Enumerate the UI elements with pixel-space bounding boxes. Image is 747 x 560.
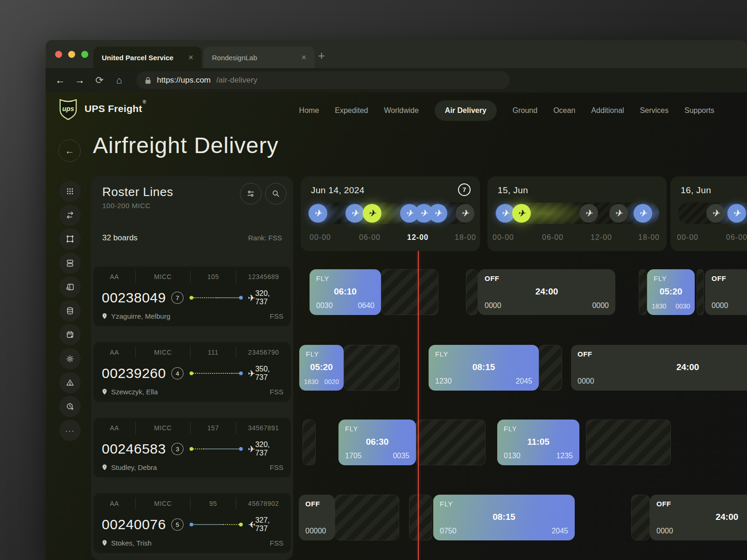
rail-settings-button[interactable] bbox=[59, 348, 81, 370]
gantt-block-fly[interactable]: FLY 06:10 00300640 bbox=[310, 269, 381, 315]
rail-swap-button[interactable] bbox=[59, 204, 81, 226]
nav-item-air-delivery[interactable]: Air Delivery bbox=[435, 100, 497, 121]
rail-calendar-settings-button[interactable] bbox=[59, 324, 81, 345]
flight-count-badge[interactable]: 7 bbox=[458, 183, 471, 196]
gantt-hatch-segment bbox=[344, 345, 400, 391]
tab-united-parcel-service[interactable]: United Parcel Service × bbox=[93, 47, 202, 68]
flight-marker[interactable]: ✈ bbox=[345, 204, 364, 223]
plane-icon: ✈ bbox=[712, 209, 720, 218]
rail-board-layout-button[interactable] bbox=[59, 276, 81, 298]
crew-name: Szewczyk, Ella bbox=[111, 388, 158, 396]
rail-apps-grid-button[interactable] bbox=[59, 181, 81, 202]
flight-marker[interactable]: ✈ bbox=[706, 204, 725, 223]
fleet-types: 320, 737 bbox=[255, 441, 283, 457]
nav-item-home[interactable]: Home bbox=[299, 106, 319, 115]
nav-item-supports[interactable]: Supports bbox=[684, 106, 714, 115]
filter-button[interactable] bbox=[240, 183, 261, 204]
flight-marker[interactable]: ✈ bbox=[727, 204, 746, 223]
gantt-block-fly[interactable]: FLY 05:20 18300020 bbox=[299, 345, 344, 391]
employee-id: 34567891 bbox=[236, 424, 291, 432]
rail-rows-button[interactable] bbox=[59, 252, 81, 274]
back-icon[interactable]: ← bbox=[53, 75, 67, 86]
block-type: OFF bbox=[656, 500, 671, 508]
location-pin-icon bbox=[102, 539, 107, 546]
browser-window: United Parcel Service × RondesignLab × +… bbox=[46, 40, 747, 560]
minimize-window-button[interactable] bbox=[68, 51, 75, 58]
progress-track bbox=[190, 523, 243, 526]
roster-board-card[interactable]: AA MICC 105 12345689 00238049 7 ✈ 320, 7… bbox=[93, 266, 291, 326]
home-icon[interactable]: ⌂ bbox=[112, 75, 126, 86]
new-tab-button[interactable]: + bbox=[318, 49, 325, 62]
block-duration: 06:10 bbox=[310, 287, 381, 297]
day-panel-jun-14: Jun 14, 2024 7 ✈ ✈ ✈ ✈ ✈ ✈ ✈ 00-00 06-00… bbox=[301, 176, 480, 251]
card-footer-row: Yzaguirre, Melburg FSS bbox=[102, 312, 283, 320]
page-back-button[interactable]: ← bbox=[58, 140, 81, 162]
fleet-types: 320, 737 bbox=[255, 289, 283, 306]
progress-track bbox=[190, 447, 243, 451]
gantt-block-fly[interactable]: FLY 06:30 17050035 bbox=[338, 420, 416, 465]
address-bar[interactable]: https://ups.com/air-delivery bbox=[136, 71, 510, 89]
card-footer-row: Studley, Debra FSS bbox=[102, 463, 283, 471]
crew-name: Stokes, Trish bbox=[111, 539, 152, 547]
gantt-block-fly[interactable]: FLY 11:05 01301235 bbox=[497, 420, 579, 465]
close-tab-icon[interactable]: × bbox=[301, 53, 306, 62]
forward-icon[interactable]: → bbox=[73, 75, 87, 86]
line-number: 105 bbox=[190, 273, 236, 280]
flight-marker[interactable]: ✈ bbox=[456, 204, 474, 223]
flight-marker[interactable]: ✈ bbox=[609, 204, 628, 223]
time-tick: 06-00 bbox=[726, 233, 747, 242]
card-meta-row: AA MICC 157 34567891 bbox=[93, 421, 291, 434]
main-navigation: Home Expedited Worldwide Air Delivery Gr… bbox=[299, 100, 714, 121]
gantt-hatch-segment bbox=[466, 269, 478, 315]
roster-board-card[interactable]: AA MICC 157 34567891 00246583 3 ✈ 320, 7… bbox=[93, 418, 291, 477]
current-time-indicator bbox=[418, 251, 419, 560]
roster-board-card[interactable]: AA MICC 95 45678902 00240076 5 ✈ 327, 73… bbox=[93, 493, 291, 553]
flight-marker[interactable]: ✈ bbox=[429, 204, 447, 223]
time-tick: 18-00 bbox=[455, 233, 476, 242]
gantt-block-off[interactable]: OFF 0000 bbox=[705, 269, 747, 315]
close-tab-icon[interactable]: × bbox=[188, 53, 193, 62]
flight-marker-active[interactable]: ✈ bbox=[512, 204, 531, 223]
search-button[interactable] bbox=[265, 183, 287, 204]
rail-database-button[interactable] bbox=[59, 300, 81, 322]
rail-more-button[interactable]: ··· bbox=[59, 420, 81, 441]
browser-tab-bar: United Parcel Service × RondesignLab × + bbox=[46, 40, 747, 68]
roster-board-card[interactable]: AA MICC 111 23456790 00239260 4 ✈ 350, 7… bbox=[93, 342, 291, 402]
gantt-block-fly[interactable]: FLY 08:15 12302045 bbox=[429, 345, 539, 391]
leg-count-badge: 3 bbox=[171, 443, 183, 455]
fleet-types: 327, 737 bbox=[255, 516, 283, 533]
flight-marker[interactable]: ✈ bbox=[496, 204, 514, 223]
zoom-window-button[interactable] bbox=[81, 51, 88, 58]
gantt-block-fly[interactable]: FLY 05:20 18300030 bbox=[647, 269, 695, 315]
nav-item-expedited[interactable]: Expedited bbox=[335, 106, 368, 115]
gantt-block-fly[interactable]: FLY 08:15 07502045 bbox=[433, 495, 575, 540]
tab-title: RondesignLab bbox=[212, 54, 296, 62]
rail-alerts-button[interactable] bbox=[59, 372, 81, 393]
nav-item-additional[interactable]: Additional bbox=[591, 106, 624, 115]
gantt-block-off[interactable]: OFF 24:00 0000 bbox=[571, 345, 747, 391]
block-start-time: 0130 bbox=[504, 452, 521, 460]
browser-toolbar: ← → ⟳ ⌂ https://ups.com/air-delivery bbox=[46, 68, 747, 92]
rail-history-button[interactable] bbox=[59, 396, 81, 417]
progress-track bbox=[190, 296, 243, 300]
nav-item-services[interactable]: Services bbox=[640, 106, 669, 115]
flight-marker[interactable]: ✈ bbox=[579, 204, 598, 223]
flight-marker-active[interactable]: ✈ bbox=[363, 204, 381, 223]
flight-band: ✈ ✈ bbox=[678, 203, 747, 224]
nav-item-ocean[interactable]: Ocean bbox=[553, 106, 575, 115]
nav-item-worldwide[interactable]: Worldwide bbox=[384, 106, 418, 115]
location-pin-icon bbox=[102, 464, 107, 471]
tab-rondesignlab[interactable]: RondesignLab × bbox=[204, 47, 315, 68]
gantt-block-off[interactable]: OFF 00000 bbox=[299, 495, 335, 540]
rail-selection-button[interactable] bbox=[59, 228, 81, 250]
reload-icon[interactable]: ⟳ bbox=[92, 75, 106, 86]
close-window-button[interactable] bbox=[55, 51, 62, 58]
flight-marker[interactable]: ✈ bbox=[309, 204, 327, 223]
crew-rank: FSS bbox=[270, 388, 283, 396]
plane-icon: ✈ bbox=[585, 209, 593, 218]
flight-marker[interactable]: ✈ bbox=[634, 204, 652, 223]
day-panel-jun-16: 16, Jun ✈ ✈ 00-00 06-00 bbox=[670, 176, 747, 251]
nav-item-ground[interactable]: Ground bbox=[513, 106, 537, 115]
gantt-block-off[interactable]: OFF 24:00 0000 bbox=[650, 495, 747, 540]
gantt-block-off[interactable]: OFF 24:00 00000000 bbox=[478, 269, 615, 315]
